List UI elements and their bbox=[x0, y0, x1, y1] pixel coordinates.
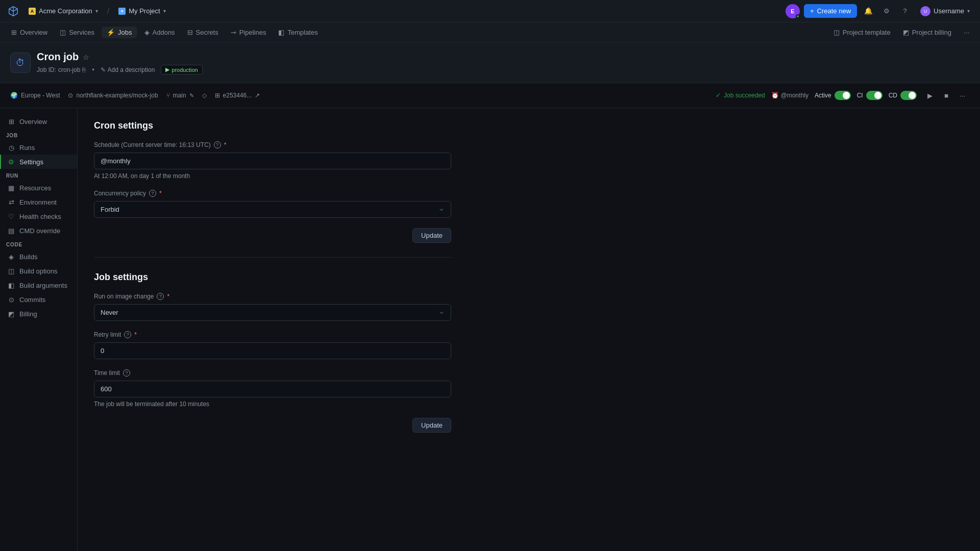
help-button[interactable]: ? bbox=[898, 4, 912, 18]
org-breadcrumb[interactable]: A Acme Corporation ▾ bbox=[24, 5, 102, 17]
run-on-change-select[interactable]: Never Always bbox=[94, 304, 451, 321]
tag-item: ◇ bbox=[202, 92, 207, 99]
sidebar-item-resources[interactable]: ▦ Resources bbox=[0, 181, 77, 195]
sidebar-item-build-arguments[interactable]: ◧ Build arguments bbox=[0, 278, 77, 292]
run-on-change-label: Run on image change bbox=[94, 293, 154, 300]
retry-limit-required: * bbox=[134, 331, 137, 338]
sidebar-item-overview[interactable]: ⊞ Overview bbox=[0, 114, 77, 129]
time-limit-form-group: Time limit ? The job will be terminated … bbox=[94, 369, 451, 408]
sidebar-item-cmd-override[interactable]: ▤ CMD override bbox=[0, 223, 77, 238]
services-label: Services bbox=[69, 29, 94, 36]
templates-icon: ◧ bbox=[278, 29, 284, 36]
build-options-label: Build options bbox=[19, 267, 57, 275]
section-divider bbox=[94, 257, 451, 258]
nav-item-jobs[interactable]: ⚡ Jobs bbox=[102, 27, 137, 38]
nav-item-secrets[interactable]: ⊟ Secrets bbox=[182, 27, 224, 38]
concurrency-select[interactable]: Allow Forbid Replace bbox=[94, 201, 451, 218]
add-description-item[interactable]: ✎ Add a description bbox=[101, 66, 155, 73]
time-limit-help-icon[interactable]: ? bbox=[123, 369, 130, 377]
concurrency-help-icon[interactable]: ? bbox=[149, 190, 156, 197]
cron-update-button[interactable]: Update bbox=[412, 228, 451, 243]
project-billing-button[interactable]: ◩ Project billing bbox=[899, 27, 955, 38]
favorite-star-icon[interactable]: ☆ bbox=[83, 53, 89, 61]
jobs-label: Jobs bbox=[118, 29, 132, 36]
region-label: Europe - West bbox=[21, 92, 60, 99]
environment-badge: ▶ production bbox=[161, 65, 202, 74]
check-circle-icon: ✓ bbox=[716, 92, 721, 99]
repo-item[interactable]: ⊙ northflank-examples/mock-job bbox=[68, 92, 158, 99]
concurrency-form-group: Concurrency policy ? * Allow Forbid Repl… bbox=[94, 190, 451, 218]
sidebar-item-billing[interactable]: ◩ Billing bbox=[0, 307, 77, 321]
jobs-icon: ⚡ bbox=[107, 29, 115, 36]
ci-toggle[interactable] bbox=[866, 91, 883, 100]
play-button[interactable]: ▶ bbox=[923, 88, 937, 103]
nav-item-templates[interactable]: ◧ Templates bbox=[273, 27, 323, 38]
sidebar-item-builds[interactable]: ◈ Builds bbox=[0, 249, 77, 264]
sidebar-item-runs[interactable]: ◷ Runs bbox=[0, 140, 77, 155]
github-icon: ⊙ bbox=[68, 92, 73, 99]
active-toggle[interactable] bbox=[835, 91, 851, 100]
run-on-change-help-icon[interactable]: ? bbox=[157, 293, 164, 300]
overview-icon: ⊞ bbox=[7, 117, 15, 126]
time-limit-input[interactable] bbox=[94, 381, 451, 397]
org-favicon: A bbox=[29, 8, 36, 15]
retry-limit-help-icon[interactable]: ? bbox=[124, 331, 131, 338]
schedule-required: * bbox=[224, 141, 227, 148]
info-bar: 🌍 Europe - West ⊙ northflank-examples/mo… bbox=[0, 83, 980, 108]
sidebar-item-commits[interactable]: ⊙ Commits bbox=[0, 292, 77, 307]
more-options-button[interactable]: ··· bbox=[960, 26, 974, 40]
retry-limit-input[interactable] bbox=[94, 342, 451, 359]
cd-toggle-knob bbox=[909, 92, 916, 99]
branch-icon: ⑂ bbox=[166, 92, 170, 99]
user-status-avatar: E bbox=[786, 4, 800, 18]
user-chevron-icon: ▾ bbox=[967, 8, 970, 14]
edit-branch-icon[interactable]: ✎ bbox=[189, 92, 194, 99]
sidebar-item-build-options[interactable]: ◫ Build options bbox=[0, 264, 77, 278]
integrations-button[interactable]: ⚙ bbox=[879, 4, 894, 18]
more-actions-button[interactable]: ··· bbox=[955, 88, 970, 103]
status-label: Job succeeded bbox=[724, 92, 765, 99]
pipelines-icon: ⊸ bbox=[231, 29, 236, 36]
app-logo[interactable] bbox=[6, 4, 20, 18]
create-new-button[interactable]: + Create new bbox=[804, 4, 857, 18]
copy-job-id-icon[interactable]: ⎘ bbox=[82, 66, 86, 73]
nav-item-services[interactable]: ◫ Services bbox=[55, 27, 100, 38]
add-description-label: Add a description bbox=[108, 66, 155, 73]
retry-limit-form-group: Retry limit ? * bbox=[94, 331, 451, 359]
sidebar-item-settings[interactable]: ⚙ Settings bbox=[0, 155, 77, 169]
breadcrumb-separator: / bbox=[107, 7, 109, 16]
addons-label: Addons bbox=[153, 29, 175, 36]
tag-icon: ◇ bbox=[202, 92, 207, 99]
branch-label: main bbox=[173, 92, 186, 99]
builds-label: Builds bbox=[19, 253, 37, 261]
job-update-button[interactable]: Update bbox=[412, 418, 451, 433]
user-menu-button[interactable]: U Username ▾ bbox=[916, 4, 974, 18]
nav-item-addons[interactable]: ◈ Addons bbox=[139, 27, 180, 38]
sidebar: ⊞ Overview JOB ◷ Runs ⚙ Settings RUN ▦ R… bbox=[0, 108, 78, 551]
external-link-icon[interactable]: ↗ bbox=[255, 92, 260, 99]
cd-toggle[interactable] bbox=[900, 91, 917, 100]
retry-limit-label-row: Retry limit ? * bbox=[94, 331, 451, 338]
schedule-help-icon[interactable]: ? bbox=[214, 141, 221, 148]
dashboard-icon: ⊞ bbox=[11, 29, 17, 36]
notifications-button[interactable]: 🔔 bbox=[861, 4, 875, 18]
runs-label: Runs bbox=[19, 144, 35, 152]
cmd-override-label: CMD override bbox=[19, 227, 60, 235]
nav-item-dashboard[interactable]: ⊞ Overview bbox=[6, 27, 53, 38]
project-billing-icon: ◩ bbox=[903, 29, 909, 36]
stop-button[interactable]: ■ bbox=[939, 88, 953, 103]
build-options-icon: ◫ bbox=[7, 267, 15, 275]
sidebar-item-environment[interactable]: ⇄ Environment bbox=[0, 195, 77, 209]
schedule-label: @monthly bbox=[781, 92, 808, 99]
online-dot bbox=[796, 14, 800, 18]
project-template-button[interactable]: ◫ Project template bbox=[829, 27, 895, 38]
nav-item-pipelines[interactable]: ⊸ Pipelines bbox=[226, 27, 272, 38]
schedule-form-group: Schedule (Current server time: 16:13 UTC… bbox=[94, 141, 451, 180]
sidebar-item-health-checks[interactable]: ♡ Health checks bbox=[0, 209, 77, 223]
page-header: ⏱ Cron job ☆ Job ID: cron-job ⎘ • ✎ Add … bbox=[0, 43, 980, 83]
commit-item[interactable]: ⊞ e253446... ↗ bbox=[215, 92, 260, 99]
region-item[interactable]: 🌍 Europe - West bbox=[10, 92, 60, 99]
schedule-input[interactable] bbox=[94, 153, 451, 169]
branch-item[interactable]: ⑂ main ✎ bbox=[166, 92, 194, 99]
project-breadcrumb[interactable]: ● My Project ▾ bbox=[114, 5, 169, 17]
